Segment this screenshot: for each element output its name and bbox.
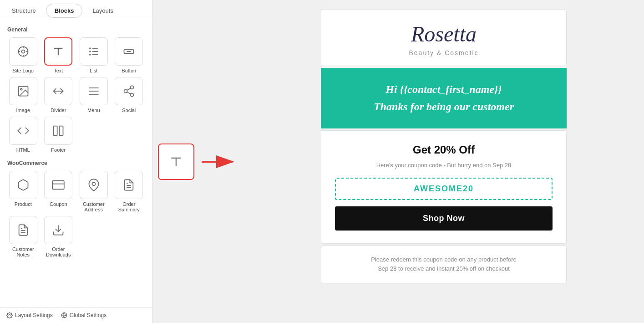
tab-structure[interactable]: Structure bbox=[4, 4, 44, 18]
tab-bar: Structure Blocks Layouts bbox=[0, 0, 152, 18]
block-menu[interactable]: Menu bbox=[78, 77, 110, 113]
block-button[interactable]: Button bbox=[113, 37, 145, 73]
social-icon bbox=[122, 85, 135, 97]
email-preview: Rosetta Beauty & Cosmetic Hi {{contact_f… bbox=[321, 9, 567, 283]
order-downloads-label: Order Downloads bbox=[43, 246, 75, 257]
panel-footer: Layout Settings Global Settings bbox=[0, 307, 152, 323]
menu-label: Menu bbox=[87, 108, 100, 113]
svg-point-13 bbox=[89, 54, 91, 56]
customer-address-icon-box bbox=[80, 171, 108, 199]
svg-point-31 bbox=[92, 182, 95, 185]
divider-icon-box bbox=[44, 77, 72, 105]
block-site-logo[interactable]: Site Logo bbox=[7, 37, 39, 73]
layout-settings-link[interactable]: Layout Settings bbox=[6, 312, 53, 318]
customer-address-label: Customer Address bbox=[78, 201, 110, 212]
email-coupon-block: Get 20% Off Here's your coupon code - Bu… bbox=[321, 130, 567, 244]
blocks-content: General Site Logo bbox=[0, 18, 152, 307]
footer-icon-box bbox=[44, 117, 72, 145]
email-footer-note: Please redeem this coupon code on any pr… bbox=[321, 246, 567, 284]
text-icon-box bbox=[44, 37, 72, 66]
block-list[interactable]: List bbox=[78, 37, 110, 73]
list-icon-box bbox=[80, 37, 108, 66]
block-order-summary[interactable]: Order Summary bbox=[113, 171, 145, 212]
block-order-downloads[interactable]: Order Downloads bbox=[43, 216, 75, 257]
left-panel: Structure Blocks Layouts General bbox=[0, 0, 152, 323]
drag-text-block[interactable] bbox=[158, 144, 194, 180]
text-label: Text bbox=[54, 68, 63, 73]
svg-point-11 bbox=[89, 47, 91, 49]
image-label: Image bbox=[16, 108, 30, 113]
list-icon bbox=[87, 45, 100, 58]
tab-blocks[interactable]: Blocks bbox=[46, 4, 83, 18]
customer-notes-label: Customer Notes bbox=[7, 246, 39, 257]
menu-icon-box bbox=[80, 77, 108, 105]
footer-icon bbox=[52, 124, 65, 137]
block-social[interactable]: Social bbox=[113, 77, 145, 113]
drag-text-icon bbox=[169, 154, 183, 169]
social-icon-box bbox=[115, 77, 143, 105]
shop-now-button[interactable]: Shop Now bbox=[335, 206, 553, 231]
order-downloads-icon-box bbox=[44, 216, 72, 244]
right-panel: Rosetta Beauty & Cosmetic Hi {{contact_f… bbox=[243, 0, 644, 323]
block-customer-notes[interactable]: Customer Notes bbox=[7, 216, 39, 257]
image-icon-box bbox=[9, 77, 37, 105]
middle-area bbox=[152, 0, 243, 323]
svg-point-38 bbox=[21, 231, 21, 231]
block-footer[interactable]: Footer bbox=[43, 117, 75, 153]
coupon-icon bbox=[52, 179, 65, 191]
coupon-label: Coupon bbox=[50, 201, 67, 207]
html-label: HTML bbox=[16, 147, 30, 153]
coupon-subtitle: Here's your coupon code - But hurry end … bbox=[335, 162, 553, 169]
global-settings-link[interactable]: Global Settings bbox=[61, 312, 106, 318]
footer-note-text: Please redeem this coupon code on any pr… bbox=[335, 255, 553, 274]
svg-line-26 bbox=[127, 88, 131, 91]
block-product[interactable]: Product bbox=[7, 171, 39, 212]
svg-point-24 bbox=[131, 93, 134, 97]
svg-point-17 bbox=[20, 88, 22, 90]
block-coupon[interactable]: Coupon bbox=[43, 171, 75, 212]
divider-label: Divider bbox=[51, 108, 66, 113]
notes-icon bbox=[17, 224, 30, 236]
svg-rect-28 bbox=[60, 126, 63, 136]
product-icon bbox=[17, 179, 30, 191]
block-text[interactable]: Text bbox=[43, 37, 75, 73]
order-summary-icon-box bbox=[115, 171, 143, 199]
coupon-code: AWESOME20 bbox=[335, 178, 553, 200]
svg-point-37 bbox=[21, 228, 21, 229]
general-section-label: General bbox=[7, 26, 145, 33]
text-icon bbox=[52, 45, 65, 58]
html-icon-box bbox=[9, 117, 37, 145]
woocommerce-section-label: WooCommerce bbox=[7, 160, 145, 166]
divider-icon bbox=[52, 85, 65, 97]
woocommerce-blocks-grid: Product Coupon bbox=[7, 171, 145, 257]
globe-icon bbox=[61, 312, 67, 318]
download-icon bbox=[52, 224, 65, 236]
email-greeting: Hi {{contact_first_name}} Thanks for bei… bbox=[335, 81, 553, 116]
block-html[interactable]: HTML bbox=[7, 117, 39, 153]
coupon-title: Get 20% Off bbox=[335, 144, 553, 156]
drag-arrow bbox=[202, 154, 238, 170]
svg-point-39 bbox=[21, 232, 21, 233]
email-header: Rosetta Beauty & Cosmetic bbox=[321, 9, 567, 66]
svg-point-22 bbox=[131, 86, 134, 89]
social-label: Social bbox=[122, 108, 136, 113]
svg-point-23 bbox=[124, 90, 127, 93]
customer-notes-icon-box bbox=[9, 216, 37, 244]
general-blocks-grid: Site Logo Text bbox=[7, 37, 145, 153]
svg-rect-27 bbox=[54, 126, 57, 136]
block-divider[interactable]: Divider bbox=[43, 77, 75, 113]
gear-icon bbox=[6, 312, 13, 318]
svg-point-0 bbox=[21, 50, 25, 53]
order-summary-icon bbox=[122, 179, 135, 191]
site-logo-icon bbox=[17, 45, 30, 58]
coupon-icon-box bbox=[44, 171, 72, 199]
product-icon-box bbox=[9, 171, 37, 199]
block-customer-address[interactable]: Customer Address bbox=[78, 171, 110, 212]
email-tagline: Beauty & Cosmetic bbox=[330, 49, 557, 56]
site-logo-label: Site Logo bbox=[13, 68, 34, 73]
block-image[interactable]: Image bbox=[7, 77, 39, 113]
button-label: Button bbox=[122, 68, 136, 73]
email-logo: Rosetta bbox=[330, 22, 557, 46]
order-summary-label: Order Summary bbox=[113, 201, 145, 212]
tab-layouts[interactable]: Layouts bbox=[84, 4, 122, 18]
